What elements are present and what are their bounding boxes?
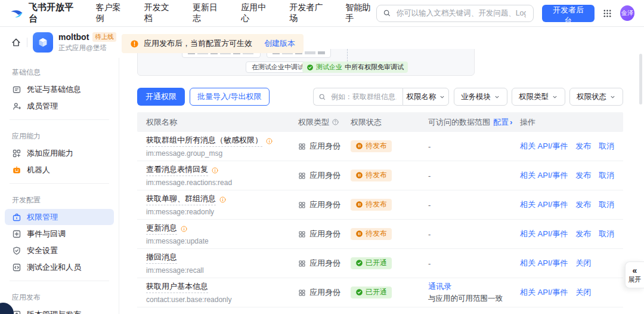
filter-business-module[interactable]: 业务模块: [454, 88, 507, 106]
range-config-link[interactable]: 配置›: [493, 117, 512, 128]
action-publish-link[interactable]: 发布: [575, 170, 591, 181]
security-icon: [12, 246, 21, 255]
permission-name-text: 获取单聊、群组消息: [146, 193, 216, 205]
pause-circle-icon: [355, 230, 363, 238]
search-field-dropdown[interactable]: 权限名称: [402, 88, 449, 106]
table-row: 更新消息im:message:update应用身份待发布-相关 API/事件发布…: [137, 220, 623, 249]
action-cancel-link[interactable]: 取消: [599, 199, 614, 210]
action-related-api-link[interactable]: 相关 API/事件: [520, 199, 568, 210]
permission-name-text: 更新消息: [146, 223, 177, 235]
action-publish-link[interactable]: 发布: [575, 141, 591, 152]
sidebar-item-label: 事件与回调: [27, 229, 66, 239]
sidebar-item-security-settings[interactable]: 安全设置: [5, 242, 114, 258]
status-badge: 待发布: [351, 140, 392, 152]
action-related-api-link[interactable]: 相关 API/事件: [520, 229, 568, 239]
sidebar-divider: [10, 183, 109, 184]
data-range-note: 与应用的可用范围一致: [428, 294, 520, 304]
info-icon[interactable]: [265, 137, 273, 145]
sidebar-item-events-callbacks[interactable]: 事件与回调: [5, 226, 114, 242]
action-publish-link[interactable]: 发布: [575, 229, 591, 239]
action-close-link[interactable]: 关闭: [575, 258, 591, 269]
top-nav-item[interactable]: 更新日志: [193, 2, 223, 24]
sidebar-item-label: 机器人: [27, 165, 50, 176]
scrollbar-thumb[interactable]: [639, 54, 642, 104]
question-circle-icon[interactable]: [332, 118, 339, 126]
info-icon[interactable]: [219, 196, 227, 204]
pause-circle-icon: [355, 171, 363, 179]
permission-search-box[interactable]: [313, 88, 402, 106]
event-icon: [12, 229, 21, 239]
brand-title: 飞书开放平台: [29, 2, 79, 24]
flow-connector-vertical: [347, 49, 348, 61]
sidebar-item-add-capability[interactable]: 添加应用能力: [5, 145, 114, 161]
permission-scope-code: im:message.reactions:read: [146, 178, 298, 187]
sidebar-item-label: 测试企业和人员: [27, 262, 81, 273]
pause-circle-icon: [355, 201, 363, 208]
doc-search-box[interactable]: [376, 5, 534, 22]
action-related-api-link[interactable]: 相关 API/事件: [520, 287, 568, 298]
permission-name: 查看消息表情回复: [146, 164, 298, 176]
sidebar-item-label: 版本管理与发布: [27, 309, 81, 314]
action-related-api-link[interactable]: 相关 API/事件: [520, 141, 568, 152]
col-header-actions: 操作: [520, 117, 623, 128]
permission-icon: [12, 213, 21, 222]
status-label: 已开通: [366, 258, 387, 268]
info-icon[interactable]: [211, 167, 219, 174]
table-header-row: 权限名称 权限类型 权限状态 可访问的数据范围 配置› 操作: [137, 112, 623, 132]
permission-search-input[interactable]: [330, 92, 398, 101]
user-avatar[interactable]: 金泽: [620, 5, 634, 21]
top-nav-item[interactable]: 开发文档: [144, 2, 175, 24]
top-nav-item[interactable]: 应用中心: [241, 2, 271, 24]
permission-name: 撤回消息: [146, 252, 298, 264]
flow-box-debug: 在测试企业中调试: [246, 61, 310, 73]
open-permission-button[interactable]: 开通权限: [137, 88, 185, 106]
cell-data-range: -: [428, 171, 520, 180]
status-badge: 已开通: [351, 287, 392, 298]
action-publish-link[interactable]: 发布: [575, 199, 591, 210]
sidebar-item-test-enterprise[interactable]: 测试企业和人员: [5, 259, 114, 275]
developer-console-button[interactable]: 开发者后台: [542, 5, 595, 22]
sidebar-section-title: 基础信息: [0, 61, 119, 81]
doc-search-input[interactable]: [395, 8, 527, 18]
app-identity-icon: [298, 201, 306, 209]
top-nav-item[interactable]: 开发者广场: [289, 2, 327, 24]
top-nav-item[interactable]: 客户案例: [96, 2, 126, 24]
table-row: 撤回消息im:message:recall应用身份已开通-相关 API/事件关闭: [137, 249, 623, 278]
filter-permission-type[interactable]: 权限类型: [512, 88, 565, 106]
data-range-link[interactable]: 通讯录: [428, 281, 520, 292]
action-related-api-link[interactable]: 相关 API/事件: [520, 258, 568, 269]
cell-data-range: -: [428, 142, 520, 151]
permission-type-label: 应用身份: [309, 287, 340, 298]
action-cancel-link[interactable]: 取消: [599, 229, 614, 239]
chevron-down-icon: [439, 94, 445, 100]
action-cancel-link[interactable]: 取消: [599, 141, 614, 152]
top-nav-item[interactable]: 智能助手: [345, 2, 376, 24]
sidebar-item-version-release[interactable]: 版本管理与发布: [5, 306, 114, 314]
col-header-name: 权限名称: [146, 117, 298, 128]
sidebar-item-bot[interactable]: 机器人: [5, 162, 114, 178]
permission-type-label: 应用身份: [309, 170, 340, 181]
app-switcher-icon[interactable]: [603, 9, 612, 18]
test-enterprise-link[interactable]: 测试企业: [316, 63, 342, 72]
expand-panel-tab[interactable]: « 展开: [625, 261, 644, 288]
sidebar-item-credentials[interactable]: 凭证与基础信息: [5, 81, 114, 97]
status-label: 待发布: [366, 141, 387, 151]
info-icon[interactable]: [180, 225, 188, 233]
permission-name: 获取单聊、群组消息: [146, 193, 298, 205]
cell-data-range: 通讯录与应用的可用范围一致: [428, 281, 520, 304]
filter-permission-status[interactable]: 权限状态: [569, 88, 623, 106]
batch-import-export-button[interactable]: 批量导入/导出权限: [190, 88, 270, 106]
sidebar-item-permission-management[interactable]: 权限管理: [5, 209, 114, 225]
sidebar-item-label: 安全设置: [27, 245, 58, 256]
create-version-link[interactable]: 创建版本: [264, 38, 295, 49]
sidebar-item-member-management[interactable]: 成员管理: [5, 98, 114, 114]
cell-permission-name: 更新消息im:message:update: [146, 223, 298, 245]
action-close-link[interactable]: 关闭: [575, 287, 591, 298]
status-label: 已开通: [366, 287, 387, 297]
member-icon: [12, 101, 21, 111]
action-related-api-link[interactable]: 相关 API/事件: [520, 170, 568, 181]
action-cancel-link[interactable]: 取消: [599, 170, 614, 181]
home-icon[interactable]: [11, 37, 21, 48]
app-bar: moltbot 待上线 正式应用@堡塔: [0, 27, 125, 58]
app-identity-icon: [298, 143, 306, 150]
